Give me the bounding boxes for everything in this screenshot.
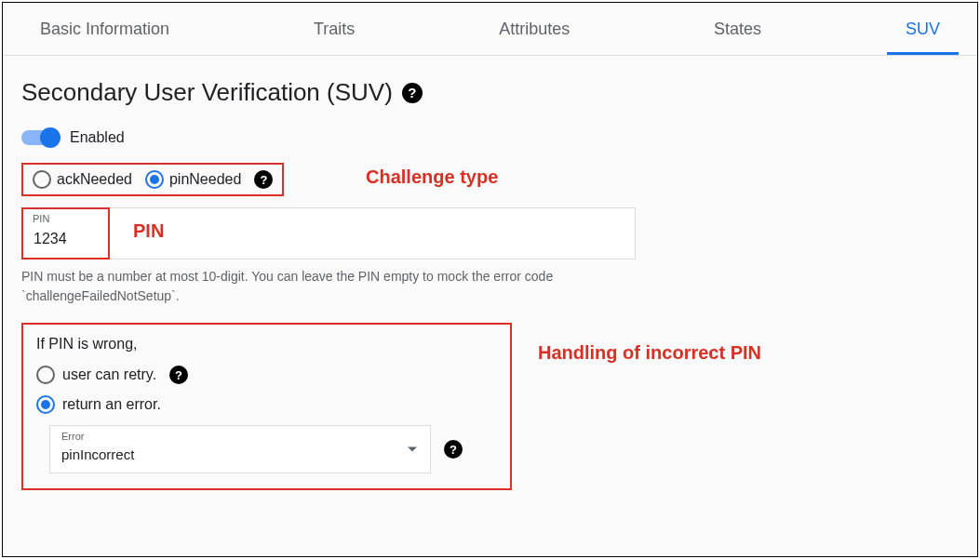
help-icon[interactable]: ? bbox=[444, 440, 463, 459]
toggle-knob bbox=[40, 127, 60, 148]
help-icon[interactable]: ? bbox=[169, 366, 188, 384]
tab-states[interactable]: States bbox=[695, 3, 780, 55]
enabled-toggle[interactable] bbox=[21, 130, 59, 145]
page-title: Secondary User Verification (SUV) bbox=[21, 78, 393, 107]
tab-suv[interactable]: SUV bbox=[887, 3, 959, 55]
pin-needed-label: pinNeeded bbox=[169, 171, 241, 188]
annotation-incorrect-pin: Handling of incorrect PIN bbox=[538, 339, 761, 366]
help-icon[interactable]: ? bbox=[402, 83, 423, 103]
enabled-label: Enabled bbox=[70, 129, 125, 146]
pin-helper-text: PIN must be a number at most 10-digit. Y… bbox=[21, 267, 636, 306]
tab-attributes[interactable]: Attributes bbox=[480, 3, 588, 55]
pin-float-label: PIN bbox=[33, 213, 49, 224]
annotation-challenge-type: Challenge type bbox=[366, 166, 498, 188]
pin-input[interactable] bbox=[21, 207, 636, 260]
return-error-radio[interactable] bbox=[36, 395, 55, 414]
incorrect-pin-handling-box: If PIN is wrong, user can retry. ? retur… bbox=[21, 323, 512, 490]
error-select-value: pinIncorrect bbox=[61, 446, 134, 462]
error-select-float-label: Error bbox=[61, 431, 84, 442]
error-heading: If PIN is wrong, bbox=[36, 336, 497, 353]
tab-traits[interactable]: Traits bbox=[295, 3, 373, 55]
chevron-down-icon bbox=[408, 447, 417, 452]
pin-needed-radio[interactable] bbox=[145, 170, 164, 189]
ack-needed-radio[interactable] bbox=[33, 170, 51, 189]
tab-bar: Basic Information Traits Attributes Stat… bbox=[3, 3, 977, 56]
error-select[interactable]: Error pinIncorrect bbox=[49, 425, 431, 473]
retry-label: user can retry. bbox=[62, 366, 156, 383]
retry-radio[interactable] bbox=[36, 366, 55, 384]
help-icon[interactable]: ? bbox=[254, 170, 273, 189]
ack-needed-label: ackNeeded bbox=[57, 171, 132, 188]
return-error-label: return an error. bbox=[62, 396, 161, 413]
annotation-pin: PIN bbox=[133, 220, 164, 242]
challenge-type-box: ackNeeded pinNeeded ? bbox=[21, 163, 284, 196]
tab-basic-information[interactable]: Basic Information bbox=[21, 3, 188, 55]
